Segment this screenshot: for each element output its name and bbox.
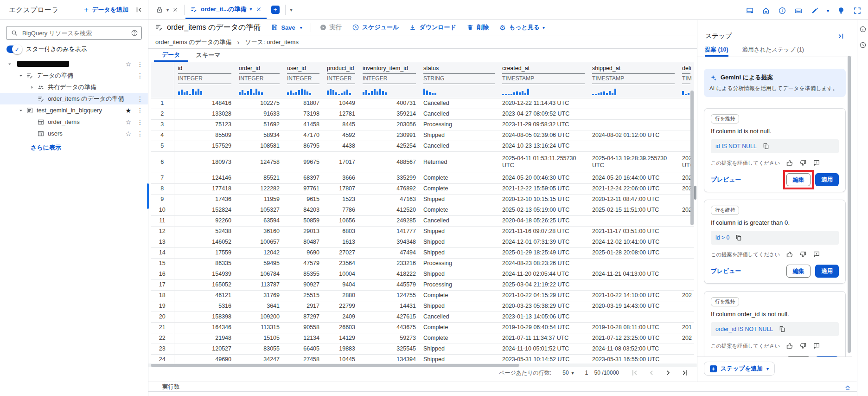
- sidebar-item-dataset-test-gemini-in-bigquery[interactable]: test_gemini_in_bigquery★⋮: [0, 104, 148, 116]
- column-header-product_id[interactable]: product_idINTEGER: [323, 62, 359, 84]
- table-row[interactable]: 14175591204296902702747494Shipped2025-01…: [151, 247, 694, 258]
- tab-order-items-preparation[interactable]: order_it...の準備 ▾: [185, 0, 267, 19]
- starred-only-toggle[interactable]: ✓: [6, 45, 21, 53]
- column-header-inventory_item_id[interactable]: inventory_item_idINTEGER: [359, 62, 420, 84]
- keyboard-icon[interactable]: [794, 6, 803, 15]
- add-step-button[interactable]: ＋ ステップを追加 ▾: [704, 362, 775, 376]
- star-icon[interactable]: ☆: [125, 130, 131, 137]
- save-button[interactable]: Save: [271, 24, 295, 31]
- run-button[interactable]: 実行: [319, 23, 342, 32]
- history-icon[interactable]: [859, 41, 867, 49]
- cloud-shell-icon[interactable]: [746, 6, 754, 15]
- thumb-up-icon[interactable]: [786, 251, 793, 258]
- table-row[interactable]: 48550958934471704592230991Shipped2024-08…: [151, 130, 694, 141]
- feedback-icon[interactable]: [813, 342, 820, 350]
- tab-applied-steps[interactable]: 適用されたステップ (1): [742, 46, 804, 57]
- search-input[interactable]: [6, 26, 142, 40]
- table-row[interactable]: 917436119599615152347163Shipped2020-12-1…: [151, 194, 694, 205]
- apply-button[interactable]: 適用: [815, 265, 839, 278]
- caret-down-icon[interactable]: ▾: [250, 6, 252, 12]
- tab-suggestions[interactable]: 提案 (10): [705, 46, 728, 57]
- vertical-scrollbar[interactable]: [690, 91, 694, 225]
- first-page-icon[interactable]: [630, 368, 639, 377]
- kebab-menu-icon[interactable]: ⋮: [137, 107, 143, 114]
- info-icon[interactable]: [859, 26, 867, 33]
- table-row[interactable]: 20158398109200872972409427615Cancelled20…: [151, 312, 694, 322]
- expand-panel-icon[interactable]: [844, 383, 851, 391]
- add-data-button[interactable]: ＋ データを追加: [83, 5, 128, 15]
- sidebar-item-shared-data-preparation[interactable]: 共有データの準備: [0, 81, 148, 93]
- table-row[interactable]: 184612131769255152880124755Complete2021-…: [151, 290, 694, 301]
- thumb-down-icon[interactable]: [799, 159, 807, 167]
- table-row[interactable]: 211643461133159055826603443675Complete20…: [151, 322, 694, 333]
- table-row[interactable]: 712414685521683973666335299Complete2024-…: [151, 173, 694, 183]
- last-page-icon[interactable]: [680, 368, 689, 377]
- download-button[interactable]: ダウンロード: [409, 23, 456, 32]
- column-header-shipped_at[interactable]: shipped_atTIMESTAMP: [588, 62, 678, 84]
- sidebar-item-data-preparation[interactable]: データの準備⋮: [0, 70, 148, 81]
- thumb-down-icon[interactable]: [799, 342, 807, 350]
- panel-resize-handle[interactable]: [694, 186, 696, 200]
- column-header-created_at[interactable]: created_atTIMESTAMP: [498, 62, 588, 84]
- thumb-down-icon[interactable]: [799, 251, 807, 258]
- column-header-id[interactable]: idINTEGER: [174, 62, 235, 84]
- tab-data[interactable]: データ: [154, 49, 188, 62]
- home-icon[interactable]: [762, 6, 770, 15]
- more-button[interactable]: ⚙ もっと見る ▾: [499, 23, 545, 32]
- caret-right-icon[interactable]: [28, 84, 36, 91]
- lightbulb-icon[interactable]: [837, 6, 845, 15]
- column-header-order_id[interactable]: order_idINTEGER: [235, 62, 283, 84]
- sidebar-resize-handle[interactable]: [147, 183, 149, 209]
- table-row[interactable]: 37512351692414588445203056Processing2023…: [151, 119, 694, 130]
- apply-button[interactable]: 適用: [815, 173, 839, 186]
- tab-schema[interactable]: スキーマ: [188, 49, 229, 62]
- schedule-button[interactable]: スケジュール: [352, 23, 399, 32]
- column-header-user_id[interactable]: user_idINTEGER: [283, 62, 323, 84]
- table-row[interactable]: 125243836160290136803141777Shipped2021-1…: [151, 226, 694, 237]
- close-icon[interactable]: [255, 6, 262, 13]
- next-page-icon[interactable]: [664, 368, 673, 377]
- column-header-status[interactable]: statusSTRING: [420, 62, 498, 84]
- collapse-panel-icon[interactable]: [836, 32, 845, 40]
- table-row[interactable]: 17165052113787909279404445579Processing2…: [151, 279, 694, 290]
- table-row[interactable]: 81774181222829776117807476892Complete202…: [151, 183, 694, 194]
- breadcrumb-item[interactable]: order_items のデータの準備: [155, 38, 231, 46]
- tab-untitled[interactable]: ▾: [151, 0, 183, 19]
- kebab-menu-icon[interactable]: ⋮: [137, 60, 143, 68]
- star-icon[interactable]: ☆: [125, 60, 131, 68]
- feedback-icon[interactable]: [813, 159, 820, 167]
- sidebar-item-project[interactable]: ☆⋮: [0, 58, 148, 70]
- horizontal-scrollbar[interactable]: [148, 364, 697, 367]
- sidebar-item-table-order-items[interactable]: order_items☆⋮: [0, 116, 148, 128]
- show-more-link[interactable]: さらに表示: [31, 143, 148, 152]
- table-row[interactable]: 23120527830556640519883325545Shipped2024…: [151, 344, 694, 354]
- table-row[interactable]: 2133028916337319812781359214Cancelled202…: [151, 109, 694, 119]
- caret-down-icon[interactable]: ▾: [166, 7, 169, 13]
- star-icon[interactable]: ☆: [125, 118, 131, 126]
- tab-overflow-caret-icon[interactable]: ▾: [290, 7, 293, 13]
- gemini-edit-icon[interactable]: [811, 6, 819, 15]
- table-row[interactable]: 61809731247589967517017488567Returned202…: [151, 151, 694, 173]
- table-row[interactable]: 10152824105327842037786412520Complete202…: [151, 205, 694, 215]
- save-caret-icon[interactable]: ▾: [300, 25, 302, 30]
- feedback-icon[interactable]: [813, 251, 820, 258]
- star-icon[interactable]: ★: [125, 107, 131, 114]
- table-row[interactable]: 222194815105121341412959273Complete2021-…: [151, 333, 694, 344]
- info-icon[interactable]: [778, 6, 786, 15]
- sidebar-item-table-users[interactable]: users☆⋮: [0, 128, 148, 139]
- table-row[interactable]: 161549391067848535510004418222Shipped202…: [151, 269, 694, 279]
- caret-down-icon[interactable]: [17, 72, 25, 79]
- kebab-menu-icon[interactable]: ⋮: [137, 118, 143, 126]
- edit-button[interactable]: 編集: [786, 265, 811, 278]
- caret-down-icon[interactable]: [17, 107, 25, 114]
- table-row[interactable]: 195316364129172279914431Shipped2020-03-2…: [151, 301, 694, 312]
- previous-page-icon[interactable]: [647, 368, 656, 377]
- caret-down-icon[interactable]: ▾: [827, 8, 829, 13]
- caret-down-icon[interactable]: [6, 61, 14, 67]
- kebab-menu-icon[interactable]: ⋮: [137, 95, 143, 103]
- table-row[interactable]: 13146052100657804871613394348Shipped2024…: [151, 237, 694, 247]
- collapse-sidebar-icon[interactable]: [135, 6, 143, 14]
- preview-link[interactable]: プレビュー: [711, 267, 741, 275]
- add-tab-button[interactable]: ＋: [271, 6, 280, 14]
- panel-scrollbar[interactable]: [848, 56, 851, 353]
